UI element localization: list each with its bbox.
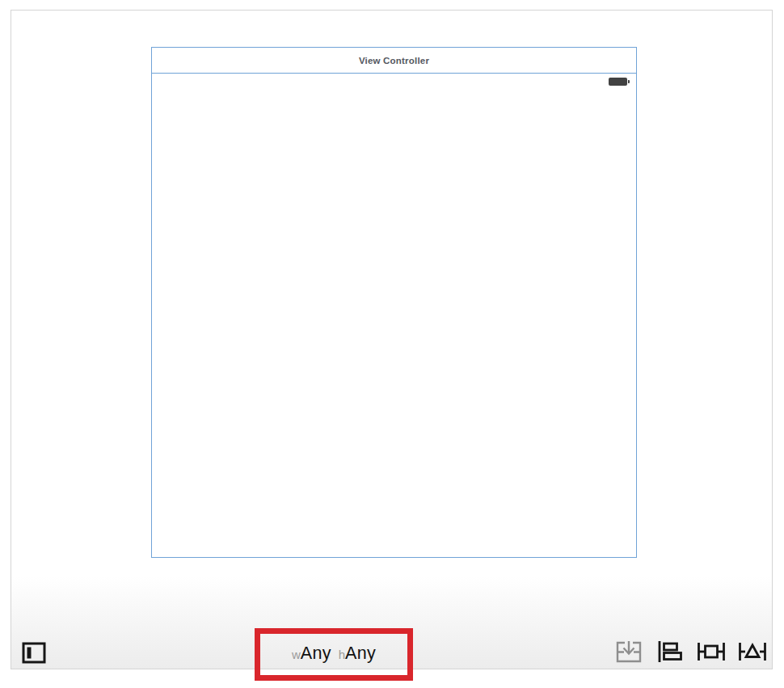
pin-constraints-icon bbox=[696, 639, 727, 666]
view-controller-scene[interactable]: View Controller bbox=[151, 47, 637, 558]
align-icon bbox=[657, 640, 683, 665]
battery-nub bbox=[628, 80, 630, 83]
auto-layout-button-bar bbox=[613, 640, 768, 665]
view-controller-title: View Controller bbox=[359, 56, 429, 65]
resolve-issues-icon bbox=[737, 639, 768, 666]
battery-body bbox=[609, 78, 627, 86]
width-class-label: w bbox=[292, 648, 301, 661]
view-controller-view[interactable] bbox=[152, 74, 636, 556]
stack-embed-icon bbox=[615, 639, 643, 666]
resolve-auto-layout-issues-button[interactable] bbox=[737, 640, 768, 665]
size-class-control[interactable]: wAnyhAny bbox=[292, 644, 376, 664]
height-class-label: h bbox=[339, 648, 345, 661]
document-outline-icon bbox=[21, 655, 47, 667]
pin-constraints-button[interactable] bbox=[696, 640, 727, 665]
document-outline-toggle-button[interactable] bbox=[21, 641, 47, 665]
height-class-value: Any bbox=[345, 644, 376, 664]
interface-builder-canvas: View Controller wAnyhAny bbox=[11, 10, 773, 669]
width-class-value: Any bbox=[301, 644, 331, 664]
embed-in-stack-button[interactable] bbox=[613, 640, 644, 665]
battery-icon bbox=[609, 78, 630, 86]
view-controller-titlebar[interactable]: View Controller bbox=[152, 48, 636, 74]
align-button[interactable] bbox=[655, 640, 685, 665]
